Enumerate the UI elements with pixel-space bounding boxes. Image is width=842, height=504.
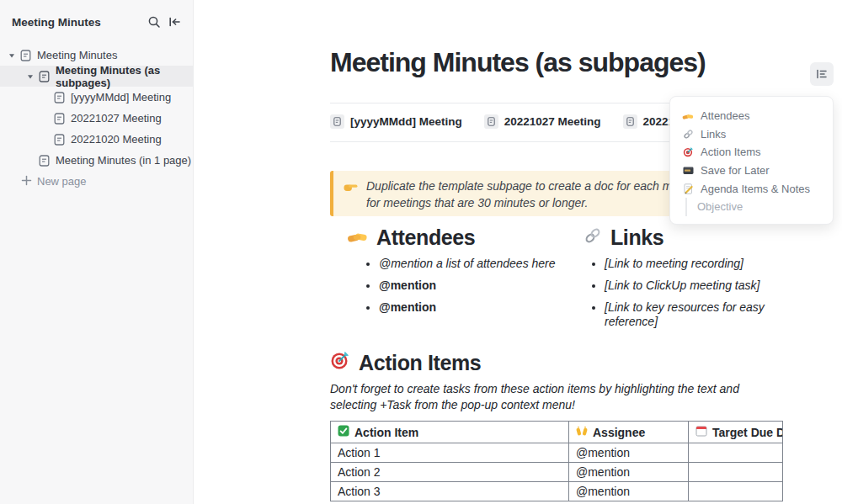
links-column: Links [Link to meeting recording] [Link … bbox=[584, 225, 781, 337]
chevron-down-icon[interactable] bbox=[25, 72, 35, 82]
search-icon[interactable] bbox=[147, 14, 162, 29]
page-icon bbox=[52, 91, 66, 104]
new-page-button[interactable]: New page bbox=[0, 171, 193, 192]
action-items-note: Don't forget to create tasks from these … bbox=[330, 381, 782, 413]
outline-item-attendees[interactable]: Attendees bbox=[682, 107, 826, 125]
link-icon bbox=[584, 225, 602, 250]
links-list: [Link to meeting recording] [Link to Cli… bbox=[584, 257, 781, 329]
subpage-chip-20221027[interactable]: 20221027 Meeting bbox=[484, 114, 601, 129]
cell-assignee[interactable]: @mention bbox=[569, 463, 689, 482]
list-item[interactable]: [Link to key resources for easy referenc… bbox=[605, 300, 781, 329]
page-icon bbox=[37, 70, 51, 83]
sidebar-item-label: Meeting Minutes bbox=[37, 49, 117, 61]
sidebar-item-meeting-minutes-in-1-page[interactable]: Meeting Minutes (in 1 page) bbox=[0, 150, 193, 171]
action-items-title: Action Items bbox=[359, 351, 481, 375]
outline-item-label: Action Items bbox=[701, 146, 761, 158]
action-items-heading: Action Items bbox=[330, 350, 782, 375]
attendees-list: @mention a list of attendees here @menti… bbox=[347, 257, 584, 315]
handshake-icon bbox=[682, 111, 694, 121]
cell-due[interactable] bbox=[689, 482, 783, 501]
list-item[interactable]: [Link to ClickUp meeting task] bbox=[605, 279, 781, 293]
outline-panel: Attendees Links Action Items Save for La… bbox=[669, 96, 834, 225]
memo-icon bbox=[682, 183, 694, 194]
new-page-label: New page bbox=[37, 175, 87, 188]
cell-assignee[interactable]: @mention bbox=[569, 482, 689, 501]
cell-due[interactable] bbox=[689, 443, 783, 463]
collapse-sidebar-icon[interactable] bbox=[167, 14, 182, 29]
two-column-section: Attendees @mention a list of attendees h… bbox=[330, 225, 781, 337]
outline-item-label: Agenda Items & Notes bbox=[701, 183, 810, 195]
cell-action[interactable]: Action 2 bbox=[331, 463, 569, 482]
handshake-icon bbox=[347, 225, 368, 250]
target-icon bbox=[330, 350, 350, 375]
pointing-right-icon bbox=[344, 181, 358, 210]
sidebar-item-label: 20221027 Meeting bbox=[71, 112, 162, 125]
callout-line-2: for meetings that are 30 minutes or long… bbox=[366, 194, 705, 211]
outline-item-action-items[interactable]: Action Items bbox=[682, 143, 826, 162]
list-item[interactable]: @mention a list of attendees here bbox=[379, 257, 584, 271]
cell-action[interactable]: Action 3 bbox=[331, 482, 569, 501]
page-title: Meeting Minutes (as subpages) bbox=[330, 47, 706, 78]
page-icon bbox=[19, 49, 32, 62]
sidebar-item-label: [yyyyMMdd] Meeting bbox=[71, 91, 171, 103]
outline-item-label: Attendees bbox=[701, 109, 750, 122]
cell-due[interactable] bbox=[689, 463, 783, 482]
link-icon bbox=[682, 129, 694, 140]
outline-subitem-label: Objective bbox=[697, 200, 743, 213]
sidebar-item-label: Meeting Minutes (in 1 page) bbox=[56, 154, 191, 167]
sidebar-item-yyyymmdd-meeting[interactable]: [yyyyMMdd] Meeting bbox=[0, 87, 193, 108]
sidebar-item-20221020-meeting[interactable]: 20221020 Meeting bbox=[0, 129, 193, 150]
table-row: Action 2 @mention bbox=[331, 463, 783, 482]
page-icon bbox=[37, 154, 51, 167]
save-icon bbox=[682, 165, 694, 176]
page-icon bbox=[52, 133, 66, 146]
subpage-chip-yyyymmdd[interactable]: [yyyyMMdd] Meeting bbox=[330, 114, 462, 129]
callout-text: Duplicate the template subpage to create… bbox=[366, 178, 705, 210]
table-row: Action 3 @mention bbox=[331, 482, 783, 501]
sidebar-header: Meeting Minutes bbox=[0, 0, 193, 36]
page-icon bbox=[484, 114, 498, 129]
page-icon bbox=[52, 112, 66, 125]
links-title: Links bbox=[610, 225, 663, 250]
attendees-heading: Attendees bbox=[347, 225, 584, 250]
list-item[interactable]: @mention bbox=[379, 279, 584, 293]
table-header-row: Action Item Assignee Target Due Date bbox=[331, 422, 783, 443]
sidebar-item-label: Meeting Minutes (as subpages) bbox=[56, 64, 193, 89]
outline-item-agenda-items-notes[interactable]: Agenda Items & Notes bbox=[682, 179, 826, 198]
sidebar-item-meeting-minutes-as-subpages[interactable]: Meeting Minutes (as subpages) bbox=[0, 66, 193, 87]
list-item[interactable]: [Link to meeting recording] bbox=[605, 257, 781, 271]
list-item[interactable]: @mention bbox=[379, 300, 584, 315]
table-row: Action 1 @mention bbox=[331, 443, 783, 463]
outline-item-save-for-later[interactable]: Save for Later bbox=[682, 162, 826, 180]
outline-icon bbox=[815, 67, 829, 81]
subpage-chip-label: 20221027 Meeting bbox=[504, 115, 601, 128]
outline-item-label: Links bbox=[701, 128, 726, 141]
sidebar: Meeting Minutes Meeting Minutes Meeting … bbox=[0, 0, 194, 504]
outline-item-links[interactable]: Links bbox=[682, 125, 826, 144]
outline-item-objective[interactable]: Objective bbox=[685, 198, 826, 216]
target-icon bbox=[682, 146, 694, 157]
page-icon bbox=[623, 114, 637, 129]
raised-hands-icon bbox=[576, 425, 588, 439]
cell-assignee[interactable]: @mention bbox=[569, 443, 689, 463]
callout-line-1: Duplicate the template subpage to create… bbox=[366, 178, 705, 194]
page-icon bbox=[330, 114, 344, 129]
calendar-icon bbox=[695, 425, 707, 439]
action-items-table: Action Item Assignee Target Due Date bbox=[330, 421, 783, 501]
outline-toggle-button[interactable] bbox=[810, 62, 834, 86]
attendees-title: Attendees bbox=[376, 225, 475, 250]
plus-icon bbox=[21, 175, 32, 188]
links-heading: Links bbox=[584, 225, 781, 250]
header-assignee[interactable]: Assignee bbox=[569, 422, 689, 443]
header-action-item[interactable]: Action Item bbox=[331, 422, 569, 443]
sidebar-title: Meeting Minutes bbox=[12, 16, 141, 29]
sidebar-item-20221027-meeting[interactable]: 20221027 Meeting bbox=[0, 108, 193, 129]
app-window: Meeting Minutes Meeting Minutes Meeting … bbox=[0, 0, 842, 504]
chevron-down-icon[interactable] bbox=[7, 50, 17, 61]
cell-action[interactable]: Action 1 bbox=[331, 443, 569, 463]
header-target-due-date[interactable]: Target Due Date bbox=[689, 422, 783, 443]
page-tree: Meeting Minutes Meeting Minutes (as subp… bbox=[0, 45, 193, 192]
sidebar-item-meeting-minutes[interactable]: Meeting Minutes bbox=[0, 45, 193, 66]
action-items-section: Action Items Don't forget to create task… bbox=[330, 350, 782, 501]
outline-item-label: Save for Later bbox=[701, 164, 770, 177]
